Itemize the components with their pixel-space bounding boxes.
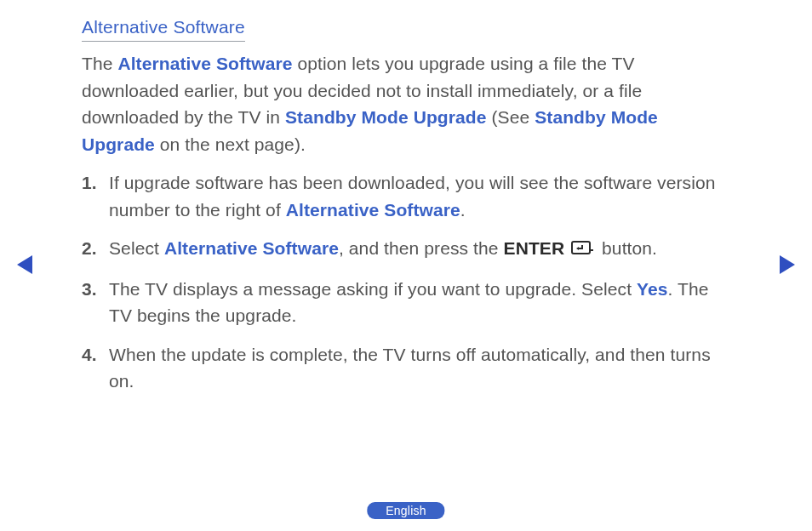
- intro-text-7: on the next page).: [155, 134, 306, 154]
- term-standby-mode-upgrade: Standby Mode Upgrade: [285, 107, 487, 127]
- step-1: If upgrade software has been downloaded,…: [109, 169, 730, 223]
- term-alternative-software: Alternative Software: [117, 54, 292, 73]
- step1-text-c: .: [460, 200, 466, 220]
- steps-list: If upgrade software has been downloaded,…: [82, 169, 730, 395]
- prev-page-arrow-icon[interactable]: [17, 255, 32, 274]
- intro-paragraph: The Alternative Software option lets you…: [82, 50, 730, 157]
- step-3: The TV displays a message asking if you …: [109, 276, 730, 329]
- step3-text-a: The TV displays a message asking if you …: [109, 279, 637, 299]
- section-heading: Alternative Software: [82, 17, 245, 42]
- step-2: Select Alternative Software, and then pr…: [109, 235, 730, 264]
- step2-text-c: , and then press the: [339, 238, 504, 258]
- step4-text-a: When the update is complete, the TV turn…: [109, 345, 711, 391]
- enter-label: ENTER: [504, 238, 565, 258]
- intro-text-1: The: [82, 54, 117, 73]
- step-4: When the update is complete, the TV turn…: [109, 341, 730, 395]
- step2-term: Alternative Software: [164, 238, 339, 258]
- page: Alternative Software The Alternative Sof…: [0, 0, 812, 531]
- step2-text-e: button.: [602, 238, 657, 258]
- step3-yes: Yes: [637, 279, 668, 299]
- step1-term: Alternative Software: [286, 200, 460, 220]
- step2-text-a: Select: [109, 238, 164, 258]
- next-page-arrow-icon[interactable]: [780, 255, 795, 274]
- content: Alternative Software The Alternative Sof…: [0, 0, 812, 395]
- enter-icon: [571, 237, 595, 264]
- language-badge: English: [367, 502, 444, 519]
- intro-text-5: (See: [487, 107, 535, 127]
